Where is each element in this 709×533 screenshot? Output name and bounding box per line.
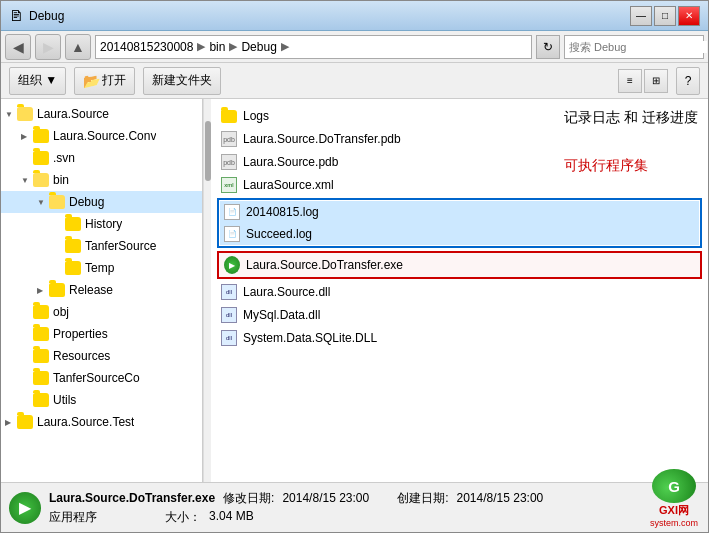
file-name: System.Data.SQLite.DLL [243,331,377,345]
expand-arrow: ▼ [21,176,31,185]
sidebar-item-utils[interactable]: Utils [1,389,202,411]
maximize-button[interactable]: □ [654,6,676,26]
view-tiles-button[interactable]: ⊞ [644,69,668,93]
pdb-icon: pdb [221,154,237,170]
open-folder-icon: 📂 [83,73,100,89]
main-content: ▼ Laura.Source ▶ Laura.Source.Conv .svn … [1,99,708,482]
file-item-dll3[interactable]: dll System.Data.SQLite.DLL [217,327,702,349]
sidebar-item-properties[interactable]: Properties [1,323,202,345]
file-item-dll2[interactable]: dll MySql.Data.dll [217,304,702,326]
search-box[interactable]: 🔍 [564,35,704,59]
dll-icon: dll [221,307,237,323]
folder-icon [65,217,81,231]
file-item-xml[interactable]: xml LauraSource.xml [217,174,702,196]
status-exe-icon: ▶ [9,492,41,524]
file-item-exe[interactable]: ▶ Laura.Source.DoTransfer.exe [220,254,699,276]
expand-arrow: ▶ [21,132,31,141]
open-button[interactable]: 📂 打开 [74,67,135,95]
sidebar-item-label: Utils [53,393,76,407]
expand-arrow: ▶ [37,286,47,295]
sidebar-item-debug[interactable]: ▼ Debug [1,191,202,213]
watermark: G GXI网 system.com [650,469,698,528]
help-button[interactable]: ? [676,67,700,95]
minimize-button[interactable]: — [630,6,652,26]
folder-icon [17,107,33,121]
file-item-log1[interactable]: 📄 20140815.log [220,201,699,223]
file-item-log2[interactable]: 📄 Succeed.log [220,223,699,245]
folder-icon [17,415,33,429]
sidebar-item-label: Laura.Source.Test [37,415,134,429]
file-name: Succeed.log [246,227,312,241]
watermark-domain: system.com [650,518,698,528]
watermark-logo: G [652,469,696,503]
search-input[interactable] [569,41,707,53]
xml-icon: xml [221,177,237,193]
file-item-dll1[interactable]: dll Laura.Source.dll [217,281,702,303]
address-path[interactable]: 20140815230008 ▶ bin ▶ Debug ▶ [95,35,532,59]
sidebar-item-temp[interactable]: Temp [1,257,202,279]
status-modified-label: 修改日期: [223,490,274,507]
folder-icon [33,393,49,407]
sidebar-item-laura-source[interactable]: ▼ Laura.Source [1,103,202,125]
sidebar-item-laura-test[interactable]: ▶ Laura.Source.Test [1,411,202,433]
sidebar-item-label: TanferSource [85,239,156,253]
status-line2: 应用程序 大小： 3.04 MB [49,509,700,526]
sidebar-item-bin[interactable]: ▼ bin [1,169,202,191]
file-name: Laura.Source.DoTransfer.pdb [243,132,401,146]
sidebar-item-svn[interactable]: .svn [1,147,202,169]
status-modified-date: 2014/8/15 23:00 [282,491,369,505]
view-icons: ≡ ⊞ [618,69,668,93]
log-selection-group: 📄 20140815.log 📄 Succeed.log [217,198,702,248]
sidebar-item-obj[interactable]: obj [1,301,202,323]
folder-icon [65,239,81,253]
watermark-logo-text: G [668,478,680,495]
sidebar-item-release[interactable]: ▶ Release [1,279,202,301]
status-size: 3.04 MB [209,509,254,526]
expand-arrow: ▶ [5,418,15,427]
status-created-date: 2014/8/15 23:00 [457,491,544,505]
sidebar-item-history[interactable]: History [1,213,202,235]
exe-symbol: ▶ [19,498,31,517]
exe-selection-group: ▶ Laura.Source.DoTransfer.exe [217,251,702,279]
exe-icon: ▶ [224,257,240,273]
sidebar-item-label: Temp [85,261,114,275]
sidebar-item-conv[interactable]: ▶ Laura.Source.Conv [1,125,202,147]
watermark-site: GXI网 [659,503,689,518]
expand-arrow: ▼ [37,198,47,207]
folder-icon [33,173,49,187]
file-panel: Logs pdb Laura.Source.DoTransfer.pdb pdb… [211,99,708,482]
refresh-button[interactable]: ↻ [536,35,560,59]
status-line1: Laura.Source.DoTransfer.exe 修改日期: 2014/8… [49,490,700,507]
sidebar-scrollbar[interactable] [203,99,211,482]
sidebar-item-label: .svn [53,151,75,165]
address-bar: ◀ ▶ ▲ 20140815230008 ▶ bin ▶ Debug ▶ ↻ 🔍 [1,31,708,63]
annotation-2: 可执行程序集 [564,157,698,175]
back-button[interactable]: ◀ [5,34,31,60]
view-details-button[interactable]: ≡ [618,69,642,93]
sidebar-item-label: obj [53,305,69,319]
new-folder-button[interactable]: 新建文件夹 [143,67,221,95]
file-name: Laura.Source.DoTransfer.exe [246,258,403,272]
up-button[interactable]: ▲ [65,34,91,60]
toolbar: 组织 ▼ 📂 打开 新建文件夹 ≡ ⊞ ? [1,63,708,99]
folder-icon [65,261,81,275]
sidebar-item-label: bin [53,173,69,187]
dll-icon: dll [221,330,237,346]
status-size-label: 大小： [165,509,201,526]
organize-button[interactable]: 组织 ▼ [9,67,66,95]
pdb-icon: pdb [221,131,237,147]
forward-button[interactable]: ▶ [35,34,61,60]
close-button[interactable]: ✕ [678,6,700,26]
file-name: Laura.Source.dll [243,285,330,299]
window-title: Debug [29,9,64,23]
sidebar-item-resources[interactable]: Resources [1,345,202,367]
sidebar-container: ▼ Laura.Source ▶ Laura.Source.Conv .svn … [1,99,211,482]
log-icon: 📄 [224,226,240,242]
sidebar-item-tanfersourceco[interactable]: TanferSourceCo [1,367,202,389]
sidebar-item-label: Debug [69,195,104,209]
folder-icon [49,283,65,297]
sidebar-item-tanfersource[interactable]: TanferSource [1,235,202,257]
dll-icon: dll [221,284,237,300]
sidebar-item-label: Release [69,283,113,297]
status-bar: ▶ Laura.Source.DoTransfer.exe 修改日期: 2014… [1,482,708,532]
